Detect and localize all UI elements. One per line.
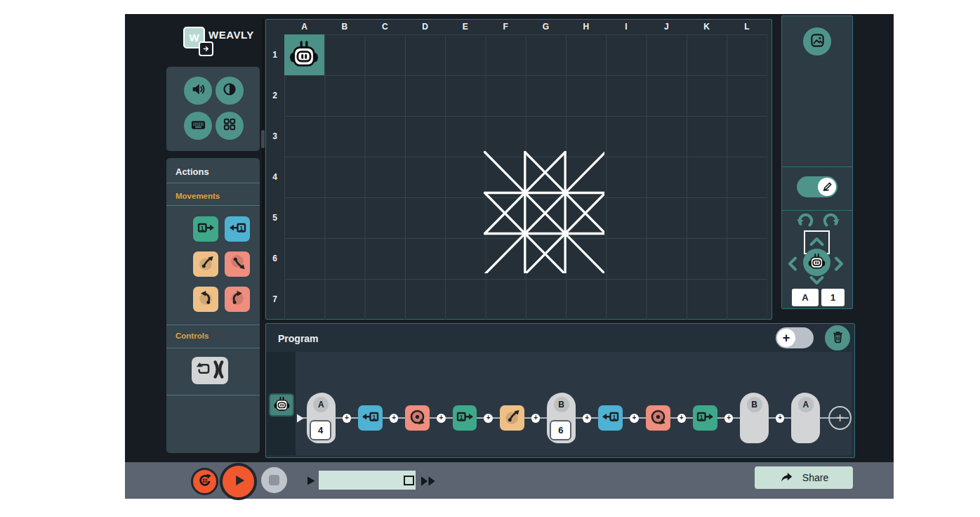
loop-start-block-a[interactable]: A4 <box>307 393 336 443</box>
palette-block-turnLeft90[interactable] <box>193 287 218 312</box>
loop-iterations-input[interactable]: 4 <box>310 420 331 440</box>
add-step-connector[interactable]: + <box>583 414 592 423</box>
palette-block-turnRight90[interactable] <box>225 287 250 312</box>
loop-end-block-b[interactable]: B <box>740 393 769 443</box>
add-step-connector[interactable]: + <box>630 414 639 423</box>
movements-section-title: Movements <box>176 192 220 200</box>
program-panel: Program + A4+1++1++B6+1++1+B+A+ <box>265 323 855 458</box>
apps-icon <box>222 117 237 135</box>
palette-block-forward1[interactable]: 1 <box>193 216 218 242</box>
audio-feedback-button[interactable] <box>184 77 212 105</box>
trash-icon <box>830 329 845 347</box>
refresh-scene-button[interactable] <box>191 468 218 495</box>
resize-grip-icon <box>261 130 265 148</box>
palette-block-loop[interactable] <box>192 357 228 384</box>
chevron-down-icon <box>808 273 826 290</box>
robot-icon <box>807 253 826 273</box>
keyboard-shortcuts-button[interactable] <box>184 112 212 140</box>
column-label: D <box>405 22 445 32</box>
loop-label: B <box>554 397 569 412</box>
share-button[interactable]: Share <box>755 466 853 489</box>
loop-end-block-a[interactable]: A <box>791 393 820 443</box>
row-label: 1 <box>266 34 284 75</box>
program-step-forward1[interactable]: 1 <box>693 405 717 431</box>
forward1-icon: 1 <box>696 408 715 428</box>
move-character-left-button[interactable] <box>786 255 800 275</box>
move-character-down-button[interactable] <box>808 273 826 290</box>
robot-icon <box>288 58 320 70</box>
movement-palette-row <box>193 287 256 312</box>
pen-drawing <box>484 151 604 273</box>
backward1-icon: 1 <box>361 408 380 428</box>
program-step-forward1[interactable]: 1 <box>453 405 477 431</box>
program-step-turnLeft45[interactable] <box>500 405 524 431</box>
add-step-connector[interactable]: + <box>677 414 687 423</box>
add-step-connector[interactable]: + <box>776 414 785 423</box>
pen-icon <box>821 179 834 195</box>
redo-arrow-icon <box>823 214 842 232</box>
turn-character-left-button[interactable] <box>795 214 814 232</box>
palette-block-turnRight45[interactable] <box>225 251 250 277</box>
scene-grid <box>284 34 767 320</box>
divider <box>166 205 260 206</box>
logo-text: WEAVLY <box>208 29 254 41</box>
display-settings-panel <box>166 67 260 151</box>
program-character-tile[interactable] <box>269 393 294 417</box>
column-label: K <box>687 22 727 32</box>
pen-down-toggle[interactable] <box>797 176 837 197</box>
add-step-connector[interactable]: + <box>484 414 493 423</box>
speed-slider-handle[interactable] <box>404 476 414 485</box>
position-row-input[interactable]: 1 <box>821 289 845 306</box>
column-label: I <box>606 22 646 32</box>
movement-palette-row: 11 <box>193 216 256 242</box>
weavly-logo-icon: W <box>183 27 205 48</box>
play-icon <box>230 471 248 492</box>
add-step-connector[interactable]: + <box>343 414 352 423</box>
panel-resize-divider[interactable] <box>262 19 264 320</box>
speed-slider[interactable] <box>319 471 416 490</box>
column-label: A <box>284 22 324 32</box>
theme-contrast-button[interactable] <box>216 77 244 105</box>
divider <box>166 348 260 348</box>
robot-icon <box>273 396 291 414</box>
delete-all-button[interactable] <box>825 325 850 351</box>
speaker-icon <box>190 81 206 100</box>
keyboard-icon <box>190 117 206 136</box>
undo-arrow-icon <box>795 214 814 232</box>
share-arrow-icon <box>779 470 794 485</box>
turn-character-right-button[interactable] <box>823 214 842 232</box>
background-selector-button[interactable] <box>803 27 831 55</box>
program-step-backward1[interactable]: 1 <box>598 405 623 431</box>
backward1-icon: 1 <box>228 219 247 239</box>
row-label: 5 <box>266 197 284 238</box>
turnRight45-icon <box>228 254 246 275</box>
program-step-backward1[interactable]: 1 <box>358 405 383 431</box>
forward1-icon: 1 <box>197 219 216 239</box>
move-character-right-button[interactable] <box>832 255 846 275</box>
add-step-connector[interactable]: + <box>437 414 446 423</box>
program-step-turnRight45[interactable] <box>646 405 670 431</box>
position-column-input[interactable]: A <box>792 289 819 306</box>
chevron-right-icon <box>832 255 846 275</box>
program-step-turnRight45[interactable] <box>405 405 430 431</box>
logo-arrow-badge <box>199 41 213 56</box>
add-step-connector[interactable]: + <box>390 414 399 423</box>
palette-block-backward1[interactable]: 1 <box>225 216 250 242</box>
weavly-logo[interactable]: W WEAVLY <box>183 25 267 60</box>
loop-iterations-input[interactable]: 6 <box>550 420 571 440</box>
stop-button[interactable] <box>261 467 287 493</box>
add-node-knob: + <box>777 329 795 347</box>
add-step-end-button[interactable]: + <box>828 406 852 430</box>
add-step-connector[interactable]: + <box>531 414 541 423</box>
add-node-toggle[interactable]: + <box>776 327 814 348</box>
palette-block-turnLeft45[interactable] <box>193 251 218 277</box>
layout-mode-button[interactable] <box>216 112 244 140</box>
row-label: 7 <box>266 279 284 320</box>
add-step-connector[interactable]: + <box>724 414 734 423</box>
row-label: 4 <box>266 157 284 197</box>
svg-text:1: 1 <box>459 413 463 421</box>
loop-start-block-b[interactable]: B6 <box>547 393 576 443</box>
play-button[interactable] <box>220 463 257 500</box>
fast-speed-icon <box>421 476 437 490</box>
svg-text:1: 1 <box>612 413 616 421</box>
